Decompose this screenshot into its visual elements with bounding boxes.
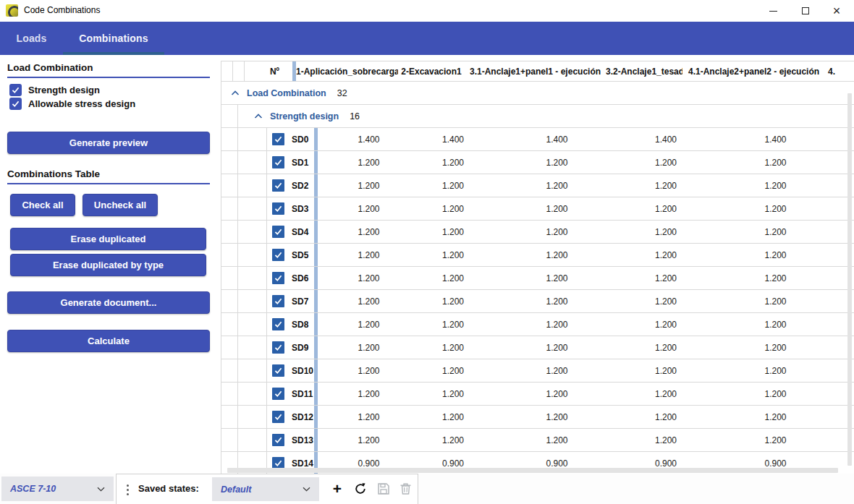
calculate-button[interactable]: Calculate [7, 330, 210, 352]
factor-value-cell[interactable]: 1.200 [420, 412, 486, 422]
factor-value-cell[interactable]: 1.200 [420, 250, 486, 260]
factor-value-cell[interactable]: 1.200 [704, 366, 847, 376]
factor-value-cell[interactable]: 1.200 [627, 412, 704, 422]
factor-value-cell[interactable]: 1.200 [486, 158, 627, 168]
generate-document-button[interactable]: Generate document... [7, 291, 210, 314]
factor-value-cell[interactable]: 1.200 [704, 389, 847, 399]
row-checkbox[interactable] [272, 226, 284, 238]
delete-state-button[interactable] [396, 479, 415, 498]
load-case-column-header[interactable]: 3.2-Anclaje1_tesado [606, 67, 682, 77]
factor-value-cell[interactable]: 1.200 [704, 181, 847, 191]
factor-value-cell[interactable]: 1.200 [318, 343, 420, 353]
factor-value-cell[interactable]: 0.900 [486, 458, 627, 469]
row-checkbox[interactable] [272, 295, 284, 307]
factor-value-cell[interactable]: 1.200 [318, 158, 420, 168]
close-button[interactable]: × [821, 0, 853, 22]
factor-value-cell[interactable]: 1.200 [420, 320, 486, 330]
factor-value-cell[interactable]: 1.200 [486, 273, 627, 283]
factor-value-cell[interactable]: 1.200 [318, 250, 420, 260]
factor-value-cell[interactable]: 1.200 [704, 343, 847, 353]
row-checkbox[interactable] [272, 364, 284, 377]
factor-value-cell[interactable]: 1.200 [704, 320, 847, 330]
factor-value-cell[interactable]: 1.200 [704, 435, 847, 445]
uncheck-all-button[interactable]: Uncheck all [83, 194, 158, 216]
row-checkbox[interactable] [272, 411, 284, 423]
check-all-button[interactable]: Check all [10, 194, 75, 216]
factor-value-cell[interactable]: 1.200 [420, 366, 486, 376]
factor-value-cell[interactable]: 1.200 [627, 435, 704, 445]
factor-value-cell[interactable]: 1.200 [420, 343, 486, 353]
factor-value-cell[interactable]: 1.200 [627, 296, 704, 307]
factor-value-cell[interactable]: 1.200 [420, 273, 486, 283]
factor-value-cell[interactable]: 1.200 [627, 181, 704, 191]
factor-value-cell[interactable]: 1.200 [704, 273, 847, 283]
factor-value-cell[interactable]: 1.200 [318, 296, 420, 307]
row-checkbox[interactable] [272, 202, 284, 215]
factor-value-cell[interactable]: 1.200 [627, 389, 704, 399]
row-checkbox[interactable] [272, 434, 284, 446]
factor-value-cell[interactable]: 1.200 [704, 158, 847, 168]
row-checkbox[interactable] [272, 249, 284, 261]
factor-value-cell[interactable]: 1.200 [420, 204, 486, 214]
factor-value-cell[interactable]: 1.400 [318, 134, 420, 145]
factor-value-cell[interactable]: 1.200 [318, 320, 420, 330]
erase-duplicated-button[interactable]: Erase duplicated [10, 228, 206, 250]
checkbox-checked-icon[interactable] [9, 84, 22, 96]
factor-value-cell[interactable]: 1.200 [704, 204, 847, 214]
factor-value-cell[interactable]: 1.200 [420, 227, 486, 237]
factor-value-cell[interactable]: 1.200 [704, 296, 847, 307]
row-checkbox[interactable] [272, 179, 284, 192]
factor-value-cell[interactable]: 1.200 [627, 366, 704, 376]
load-case-column-header[interactable]: 4.1-Anclaje2+panel2 - ejecución [682, 67, 825, 77]
factor-value-cell[interactable]: 1.200 [318, 273, 420, 283]
factor-value-cell[interactable]: 1.200 [420, 158, 486, 168]
maximize-button[interactable] [790, 0, 821, 22]
erase-duplicated-by-type-button[interactable]: Erase duplicated by type [10, 254, 206, 276]
factor-value-cell[interactable]: 1.200 [486, 227, 627, 237]
factor-value-cell[interactable]: 1.400 [486, 134, 627, 145]
factor-value-cell[interactable]: 1.200 [420, 181, 486, 191]
factor-value-cell[interactable]: 1.400 [704, 134, 847, 145]
row-checkbox[interactable] [272, 318, 284, 330]
strength-design-checkbox-row[interactable]: Strength design [9, 83, 100, 96]
factor-value-cell[interactable]: 1.200 [420, 389, 486, 399]
factor-value-cell[interactable]: 1.200 [486, 389, 627, 399]
factor-value-cell[interactable]: 0.900 [704, 458, 847, 469]
factor-value-cell[interactable]: 1.200 [627, 320, 704, 330]
horizontal-scrollbar[interactable] [227, 468, 838, 473]
minimize-button[interactable] [757, 0, 789, 22]
factor-value-cell[interactable]: 1.200 [627, 250, 704, 260]
add-state-button[interactable]: + [328, 479, 347, 498]
load-case-column-header[interactable]: 1-Aplicación_sobrecargas [296, 67, 398, 77]
vertical-scrollbar[interactable] [847, 93, 852, 466]
factor-value-cell[interactable]: 1.200 [486, 204, 627, 214]
factor-value-cell[interactable]: 1.200 [486, 343, 627, 353]
factor-value-cell[interactable]: 1.200 [318, 227, 420, 237]
factor-value-cell[interactable]: 1.200 [486, 181, 627, 191]
row-checkbox[interactable] [272, 388, 284, 400]
row-checkbox[interactable] [272, 156, 284, 168]
collapse-chevron-icon[interactable] [231, 90, 240, 96]
group-row-load-combination[interactable]: Load Combination 32 [221, 82, 854, 105]
load-case-column-header[interactable]: 2-Excavacion1 [398, 67, 465, 77]
save-state-button[interactable] [374, 479, 393, 498]
factor-value-cell[interactable]: 1.400 [420, 134, 486, 145]
tab-combinations[interactable]: Combinations [63, 22, 164, 55]
factor-value-cell[interactable]: 1.200 [627, 158, 704, 168]
factor-value-cell[interactable]: 1.200 [318, 204, 420, 214]
factor-value-cell[interactable]: 1.400 [627, 134, 704, 145]
row-checkbox[interactable] [272, 272, 284, 284]
design-code-dropdown[interactable]: ASCE 7-10 [1, 477, 114, 501]
factor-value-cell[interactable]: 1.200 [486, 366, 627, 376]
factor-value-cell[interactable]: 1.200 [318, 181, 420, 191]
factor-value-cell[interactable]: 0.900 [318, 458, 420, 469]
allowable-stress-checkbox-row[interactable]: Allowable stress design [9, 97, 135, 110]
row-number-column-header[interactable]: Nº [245, 61, 292, 81]
factor-value-cell[interactable]: 1.200 [486, 250, 627, 260]
factor-value-cell[interactable]: 1.200 [704, 227, 847, 237]
row-checkbox[interactable] [272, 133, 284, 145]
drag-handle-icon[interactable] [123, 481, 132, 498]
generate-preview-button[interactable]: Generate preview [7, 132, 210, 154]
factor-value-cell[interactable]: 1.200 [420, 296, 486, 307]
factor-value-cell[interactable]: 1.200 [318, 389, 420, 399]
